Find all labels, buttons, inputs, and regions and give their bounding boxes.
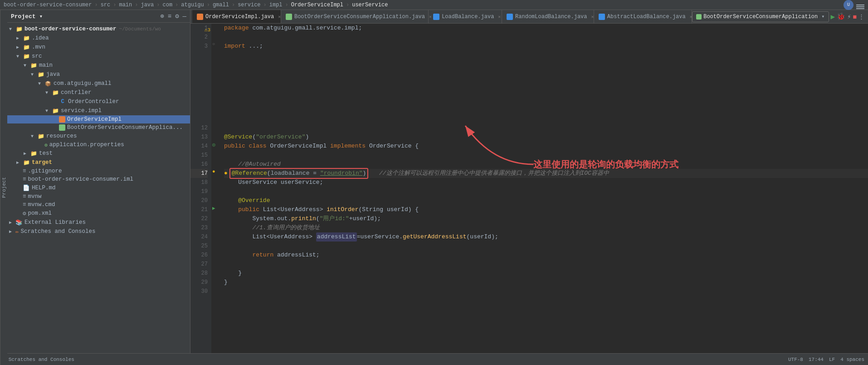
run-button[interactable]: ▶: [831, 12, 835, 21]
tab-random-load-balance[interactable]: RandomLoadBalance.java ✕: [502, 10, 594, 23]
project-side-label[interactable]: Project: [0, 10, 7, 365]
breadcrumb-item[interactable]: service: [238, 2, 260, 8]
stop-button[interactable]: ◼: [853, 13, 857, 20]
line-num: 12: [190, 123, 208, 133]
line-num: 16: [190, 160, 208, 169]
breadcrumb-item[interactable]: boot-order-service-consumer: [4, 2, 92, 8]
code-line-27: [224, 260, 868, 269]
status-right: UTF-8 17:44 LF 4 spaces: [788, 357, 864, 362]
tree-item-pomxml[interactable]: ⚙ pom.xml: [7, 209, 190, 218]
code-line-empty: [224, 114, 868, 123]
breadcrumb-item[interactable]: java: [141, 2, 154, 8]
gutter-area: ◎ ● ▶ ○: [211, 24, 220, 353]
tab-load-balance[interactable]: LoadBalance.java ✕: [429, 10, 502, 23]
collapse-icon[interactable]: ≡: [168, 13, 171, 20]
tree-arrow: ▼: [31, 72, 37, 77]
line-num: 18: [190, 178, 208, 187]
dropdown-arrow-icon: ▾: [821, 13, 824, 20]
tree-item-package[interactable]: ▼ 📦 com.atguigu.gmall: [7, 79, 190, 88]
tree-label: src: [32, 53, 42, 59]
annotation-arrow-svg: [456, 153, 538, 176]
line-num: 17: [190, 169, 208, 178]
tab-close-icon[interactable]: ✕: [278, 14, 281, 20]
implement-icon: ◎: [212, 142, 215, 148]
tree-item-src[interactable]: ▼ 📁 src: [7, 52, 190, 61]
line-num: 29: [190, 278, 208, 287]
code-line-19: [224, 187, 868, 196]
code-editor[interactable]: package com.atguigu.gmall.service.impl; …: [220, 24, 868, 353]
tree-label: HELP.md: [32, 185, 56, 191]
menu-icon[interactable]: [856, 5, 864, 5]
tab-abstract-load-balance[interactable]: AbstractLoadBalance.java ✕: [594, 10, 692, 23]
breadcrumb-item[interactable]: main: [119, 2, 132, 8]
status-bar: ✏ Scratches and Consoles UTF-8 17:44 LF …: [0, 353, 868, 365]
code-line-empty: [224, 87, 868, 96]
tree-item-gitignore[interactable]: ≡ .gitignore: [7, 167, 190, 175]
breadcrumb-item-active: userService: [352, 2, 388, 8]
tree-item-root[interactable]: ▼ 📁 boot-order-service-consumer ~/Docume…: [7, 25, 190, 34]
tree-item-service-impl[interactable]: ▼ 📁 service.impl: [7, 106, 190, 115]
tree-item-main[interactable]: ▼ 📁 main: [7, 61, 190, 70]
crlf-label[interactable]: LF: [829, 357, 835, 362]
folder-icon: 📁: [30, 62, 37, 69]
breadcrumb-item[interactable]: src: [101, 2, 111, 8]
tree-item-contrller[interactable]: ▼ 📁 contrller: [7, 88, 190, 97]
tab-label: AbstractLoadBalance.java: [607, 14, 686, 20]
tab-close-icon[interactable]: ✕: [498, 14, 501, 20]
line-num: 23: [190, 223, 208, 232]
settings-icon[interactable]: ⚙: [175, 12, 179, 20]
line-num: 28: [190, 269, 208, 278]
line-col-label[interactable]: 17:44: [809, 357, 824, 362]
breadcrumb-item[interactable]: gmall: [213, 2, 229, 8]
tree-item-mvnwcmd[interactable]: ≡ mvnw.cmd: [7, 201, 190, 209]
tree-item-scratches[interactable]: ▶ ✏ Scratches and Consoles: [7, 227, 190, 236]
annotation-text: 这里使用的是轮询的负载均衡的方式: [533, 160, 678, 169]
encoding-label[interactable]: UTF-8: [788, 357, 803, 362]
breadcrumb-item[interactable]: com: [162, 2, 172, 8]
scope-icon[interactable]: ⊕: [160, 12, 164, 20]
folder-icon: 📁: [30, 150, 37, 157]
tree-item-target[interactable]: ▶ 📁 target: [7, 158, 190, 167]
boot-file-icon: [286, 14, 292, 20]
tab-label: BootOrderServiceConsumerApplication.java: [294, 14, 425, 20]
run-gutter-icon[interactable]: ▶: [212, 205, 215, 211]
code-line-3: import ...;: [224, 42, 868, 51]
tree-arrow: ▼: [16, 54, 23, 59]
debug-button[interactable]: 🐞: [837, 12, 845, 21]
tree-arrow: ▼: [45, 109, 52, 113]
tree-item-mvnw[interactable]: ≡ mvnw: [7, 192, 190, 201]
tree-item-bootapp[interactable]: ▶ BootOrderServiceConsumerApplica...: [7, 123, 190, 132]
tab-close-icon[interactable]: ✕: [591, 14, 594, 20]
tree-arrow: ▶: [9, 220, 15, 225]
sidebar-title: Project ▾: [11, 13, 43, 20]
scratches-status[interactable]: ✏ Scratches and Consoles: [4, 356, 74, 362]
tree-item-helpmd[interactable]: 📄 HELP.md: [7, 183, 190, 192]
fold-icon[interactable]: ○: [212, 42, 215, 47]
tree-item-resources[interactable]: ▼ 📁 resources: [7, 132, 190, 141]
user-avatar[interactable]: U: [844, 0, 853, 10]
breadcrumb-item[interactable]: impl: [269, 2, 283, 8]
tree-item-orderserviceimpl[interactable]: ▶ OrderServiceImpl: [7, 115, 190, 123]
tree-item-appprops[interactable]: ▶ ⚙ application.properties: [7, 141, 190, 149]
tree-item-ordercontroller[interactable]: ▶ C OrderController: [7, 97, 190, 106]
tree-item-test[interactable]: ▶ 📁 test: [7, 149, 190, 158]
minimize-icon[interactable]: —: [183, 13, 186, 20]
warn-icon: ●: [212, 169, 215, 174]
tree-item-java[interactable]: ▼ 📁 java: [7, 70, 190, 79]
code-line-18: UserService userService;: [224, 178, 868, 187]
tab-order-service-impl[interactable]: OrderServiceImpl.java ✕: [192, 10, 281, 23]
code-line-14: public class OrderServiceImpl implements…: [224, 142, 868, 151]
tree-item-external-libraries[interactable]: ▶ 📚 External Libraries: [7, 218, 190, 227]
line-num: 21: [190, 205, 208, 214]
folder-icon: 📁: [23, 53, 30, 60]
indent-label[interactable]: 4 spaces: [840, 357, 864, 362]
tree-item-idea[interactable]: ▶ 📁 .idea: [7, 34, 190, 43]
run-config-dropdown[interactable]: BootOrderServiceConsumerApplication ▾: [692, 11, 829, 22]
code-line-28: }: [224, 269, 868, 278]
tab-boot-app[interactable]: BootOrderServiceConsumerApplication.java…: [281, 10, 429, 23]
coverage-button[interactable]: ⚡: [847, 13, 851, 20]
breadcrumb-item[interactable]: atguigu: [181, 2, 204, 8]
more-options-icon[interactable]: ⋮: [858, 13, 864, 20]
tree-item-iml[interactable]: ≡ boot-order-service-consumer.iml: [7, 175, 190, 183]
tree-item-mvn[interactable]: ▶ 📁 .mvn: [7, 43, 190, 52]
